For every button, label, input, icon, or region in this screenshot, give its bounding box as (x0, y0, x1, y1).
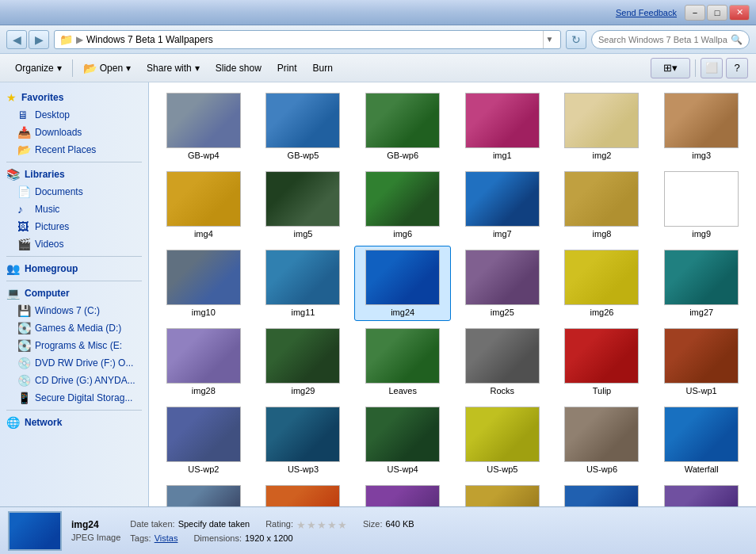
sidebar-item-e-drive[interactable]: 💽 Programs & Misc (E: (0, 337, 148, 354)
libraries-icon: 📚 (6, 168, 20, 181)
thumb-item-GB-wp5[interactable]: GB-wp5 (255, 89, 352, 164)
thumb-item-img11[interactable]: img11 (255, 246, 352, 321)
open-button[interactable]: 📂 Open ▾ (76, 58, 138, 78)
thumb-item-US-wp2[interactable]: US-wp2 (155, 403, 252, 478)
star-3[interactable]: ★ (317, 519, 326, 531)
thumb-item-img27[interactable]: img27 (653, 246, 750, 321)
sidebar-item-music[interactable]: ♪ Music (0, 201, 148, 218)
organize-label: Organize (15, 63, 54, 74)
thumb-item-img9[interactable]: img9 (653, 167, 750, 243)
star-rating[interactable]: ★ ★ ★ ★ ★ (296, 519, 347, 531)
thumb-item-img26[interactable]: img26 (554, 246, 651, 321)
thumb-item-...[interactable]: ... (554, 481, 651, 506)
thumb-image-img3 (664, 93, 739, 148)
sidebar-item-documents[interactable]: 📄 Documents (0, 183, 148, 201)
thumb-item-img7[interactable]: img7 (454, 167, 551, 243)
thumb-item-img3[interactable]: img3 (653, 89, 750, 164)
thumb-item-img24[interactable]: img24 (354, 246, 451, 321)
computer-header[interactable]: 💻 Computer (0, 285, 148, 302)
thumb-label-img28: img28 (192, 386, 216, 395)
thumb-item-Tulip[interactable]: Tulip (554, 324, 651, 399)
back-button[interactable]: ◀ (6, 30, 27, 49)
music-icon: ♪ (17, 203, 30, 216)
star-5[interactable]: ★ (338, 519, 347, 531)
thumb-label-Tulip: Tulip (593, 386, 611, 395)
sidebar-item-d-drive[interactable]: 💽 Games & Media (D:) (0, 319, 148, 337)
burn-button[interactable]: Burn (305, 58, 339, 78)
status-size: Size: 640 KB (363, 519, 414, 531)
help-button[interactable]: ? (726, 58, 748, 78)
close-button[interactable]: ✕ (729, 5, 750, 21)
favorites-header[interactable]: ★ Favorites (0, 89, 148, 106)
thumb-item-...[interactable]: ... (454, 481, 551, 506)
computer-icon: 💻 (6, 287, 20, 300)
breadcrumb-dropdown[interactable]: ▼ (543, 31, 556, 48)
thumb-image-... (465, 485, 540, 506)
star-1[interactable]: ★ (296, 519, 306, 531)
thumb-item-img4[interactable]: img4 (155, 167, 252, 243)
thumb-item-img8[interactable]: img8 (554, 167, 651, 243)
sidebar-item-videos[interactable]: 🎬 Videos (0, 235, 148, 253)
share-button[interactable]: Share with ▾ (139, 58, 207, 78)
status-dimensions: Dimensions: 1920 x 1200 (193, 533, 292, 543)
sidebar-item-f-drive[interactable]: 💿 DVD RW Drive (F:) O... (0, 354, 148, 372)
thumb-item-US-wp5[interactable]: US-wp5 (454, 403, 551, 478)
thumb-item-img28[interactable]: img28 (155, 324, 252, 399)
star-4[interactable]: ★ (327, 519, 337, 531)
thumb-item-img10[interactable]: img10 (155, 246, 252, 321)
sidebar-item-g-drive[interactable]: 💿 CD Drive (G:) ANYDA... (0, 372, 148, 389)
thumb-item-US-wp4[interactable]: US-wp4 (354, 403, 451, 478)
send-feedback-link[interactable]: Send Feedback (616, 8, 677, 17)
libraries-header[interactable]: 📚 Libraries (0, 166, 148, 183)
thumb-item-...[interactable]: ... (255, 481, 352, 506)
thumb-item-GB-wp6[interactable]: GB-wp6 (354, 89, 451, 164)
thumb-item-img2[interactable]: img2 (554, 89, 651, 164)
restore-button[interactable]: □ (707, 5, 727, 21)
sidebar-item-desktop[interactable]: 🖥 Desktop (0, 106, 148, 124)
thumb-item-US-wp3[interactable]: US-wp3 (255, 403, 352, 478)
sidebar-item-downloads[interactable]: 📥 Downloads (0, 124, 148, 141)
sidebar-item-c-drive[interactable]: 💾 Windows 7 (C:) (0, 302, 148, 319)
breadcrumb-bar[interactable]: 📁 ▶ Windows 7 Beta 1 Wallpapers ▼ (54, 30, 561, 49)
d-drive-label: Games & Media (D:) (35, 323, 121, 334)
thumb-item-Rocks[interactable]: Rocks (454, 324, 551, 399)
preview-pane-button[interactable]: ⬜ (701, 58, 723, 78)
thumb-item-GB-wp4[interactable]: GB-wp4 (155, 89, 252, 164)
thumb-item-img25[interactable]: img25 (454, 246, 551, 321)
sidebar-item-pictures[interactable]: 🖼 Pictures (0, 218, 148, 235)
print-button[interactable]: Print (270, 58, 304, 78)
pictures-label: Pictures (35, 221, 69, 232)
refresh-button[interactable]: ↻ (566, 30, 586, 49)
thumb-item-img5[interactable]: img5 (255, 167, 352, 243)
tags-value[interactable]: Vistas (155, 533, 178, 543)
network-icon: 🌐 (6, 416, 20, 429)
forward-button[interactable]: ▶ (29, 30, 49, 49)
search-input[interactable] (598, 35, 727, 44)
organize-button[interactable]: Organize ▾ (8, 58, 69, 78)
sidebar-item-recent[interactable]: 📂 Recent Places (0, 141, 148, 159)
thumb-image-... (166, 485, 241, 506)
content-area[interactable]: GB-wp4GB-wp5GB-wp6img1img2img3img4img5im… (149, 82, 756, 506)
thumb-item-...[interactable]: ... (653, 481, 750, 506)
thumb-item-img29[interactable]: img29 (255, 324, 352, 399)
slideshow-button[interactable]: Slide show (208, 58, 269, 78)
network-header[interactable]: 🌐 Network (0, 414, 148, 431)
thumb-item-...[interactable]: ... (155, 481, 252, 506)
thumb-item-Leaves[interactable]: Leaves (354, 324, 451, 399)
open-dropdown-icon: ▾ (126, 63, 131, 74)
views-dropdown: ▾ (672, 62, 678, 74)
homegroup-header[interactable]: 👥 Homegroup (0, 260, 148, 277)
views-button[interactable]: ⊞ ▾ (651, 58, 690, 78)
thumb-item-img1[interactable]: img1 (454, 89, 551, 164)
thumb-item-img6[interactable]: img6 (354, 167, 451, 243)
thumb-item-US-wp1[interactable]: US-wp1 (653, 324, 750, 399)
thumb-label-img29: img29 (292, 386, 315, 395)
thumb-item-...[interactable]: ... (354, 481, 451, 506)
thumb-label-US-wp1: US-wp1 (686, 386, 717, 395)
minimize-button[interactable]: − (685, 5, 705, 21)
star-2[interactable]: ★ (307, 519, 316, 531)
thumb-item-Waterfall[interactable]: Waterfall (653, 403, 750, 478)
thumbnail-grid: GB-wp4GB-wp5GB-wp6img1img2img3img4img5im… (155, 89, 750, 506)
thumb-item-US-wp6[interactable]: US-wp6 (554, 403, 651, 478)
sidebar-item-sd-card[interactable]: 📱 Secure Digital Storag... (0, 389, 148, 407)
